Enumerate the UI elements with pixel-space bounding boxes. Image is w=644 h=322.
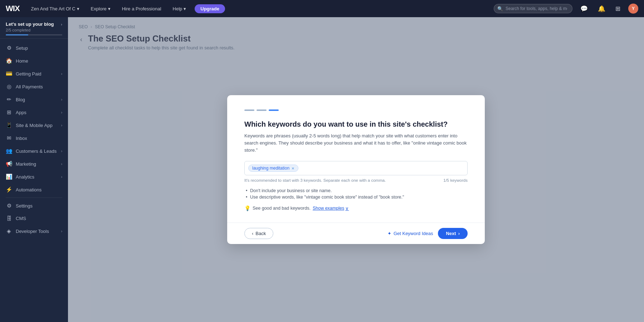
sidebar-item-label: Site & Mobile App bbox=[16, 123, 58, 128]
blog-icon: ✏ bbox=[6, 96, 12, 103]
automations-icon: ⚡ bbox=[6, 186, 12, 193]
all-payments-icon: ◎ bbox=[6, 83, 12, 90]
sidebar-item-label: Getting Paid bbox=[16, 71, 58, 77]
show-examples-button[interactable]: Show examples ∨ bbox=[313, 206, 349, 211]
sidebar-item-site-mobile-app[interactable]: 📱 Site & Mobile App › bbox=[0, 119, 68, 132]
keyword-count: 1/5 keywords bbox=[443, 178, 468, 182]
explore-label: Explore bbox=[91, 6, 107, 11]
get-keyword-label: Get Keyword Ideas bbox=[394, 231, 433, 236]
notifications-icon-button[interactable]: 🔔 bbox=[596, 3, 608, 15]
step-indicator bbox=[244, 109, 468, 111]
show-examples-label: Show examples bbox=[313, 206, 344, 211]
site-name-label: Zen And The Art Of C bbox=[31, 6, 75, 11]
sidebar-item-label: Developer Tools bbox=[16, 229, 58, 234]
keyword-meta-row: It's recommended to start with 3 keyword… bbox=[244, 178, 468, 182]
keyword-tag-remove-button[interactable]: × bbox=[291, 166, 295, 171]
help-chevron-icon: ▾ bbox=[184, 6, 186, 11]
getting-paid-icon: 💳 bbox=[6, 70, 12, 77]
step-dot-3 bbox=[269, 109, 279, 111]
cms-icon: 🗄 bbox=[6, 215, 12, 221]
next-icon: › bbox=[458, 231, 460, 236]
chevron-right-icon: › bbox=[61, 149, 62, 153]
chevron-right-icon: › bbox=[61, 175, 62, 179]
sidebar-header: Let's set up your blog › 2/5 completed bbox=[0, 17, 68, 39]
sidebar-item-label: Automations bbox=[16, 187, 62, 192]
search-input[interactable] bbox=[494, 4, 572, 13]
chevron-right-icon: › bbox=[61, 123, 62, 127]
back-label: Back bbox=[255, 231, 266, 236]
sidebar-item-inbox[interactable]: ✉ Inbox bbox=[0, 132, 68, 145]
sidebar-item-setup[interactable]: ⚙ Setup bbox=[0, 42, 68, 54]
content-area: SEO › SEO Setup Checklist ‹ The SEO Setu… bbox=[68, 17, 644, 322]
sidebar-item-all-payments[interactable]: ◎ All Payments bbox=[0, 80, 68, 93]
grid-icon-button[interactable]: ⊞ bbox=[613, 3, 623, 15]
get-keyword-ideas-button[interactable]: ✦ Get Keyword Ideas bbox=[387, 231, 433, 236]
sidebar-item-settings[interactable]: ⚙ Settings bbox=[0, 199, 68, 212]
sidebar-item-blog[interactable]: ✏ Blog › bbox=[0, 93, 68, 106]
sidebar-item-label: Analytics bbox=[16, 174, 58, 180]
next-button[interactable]: Next › bbox=[438, 228, 468, 239]
sidebar-item-home[interactable]: 🏠 Home bbox=[0, 54, 68, 67]
site-mobile-icon: 📱 bbox=[6, 122, 12, 128]
sidebar-item-cms[interactable]: 🗄 CMS bbox=[0, 212, 68, 225]
upgrade-button[interactable]: Upgrade bbox=[195, 4, 225, 13]
sidebar-item-developer-tools[interactable]: ◈ Developer Tools › bbox=[0, 225, 68, 238]
sidebar: Let's set up your blog › 2/5 completed ⚙… bbox=[0, 17, 68, 322]
sidebar-item-marketing[interactable]: 📢 Marketing › bbox=[0, 157, 68, 170]
search-icon: 🔍 bbox=[497, 6, 503, 11]
footer-right: ✦ Get Keyword Ideas Next › bbox=[387, 228, 468, 239]
content-inner: SEO › SEO Setup Checklist ‹ The SEO Setu… bbox=[68, 17, 644, 322]
setup-chevron-icon: › bbox=[61, 22, 62, 26]
tip-item-2: Use descriptive words, like "vintage com… bbox=[244, 194, 468, 200]
help-nav-link[interactable]: Help ▾ bbox=[170, 5, 189, 13]
sidebar-item-label: CMS bbox=[16, 216, 62, 221]
inbox-icon: ✉ bbox=[6, 135, 12, 141]
sidebar-item-getting-paid[interactable]: 💳 Getting Paid › bbox=[0, 67, 68, 80]
sidebar-item-customers-leads[interactable]: 👥 Customers & Leads › bbox=[0, 145, 68, 157]
progress-bar-fill bbox=[6, 34, 28, 35]
developer-icon: ◈ bbox=[6, 228, 12, 234]
customers-icon: 👥 bbox=[6, 148, 12, 154]
top-nav: WIX Zen And The Art Of C ▾ Explore ▾ Hir… bbox=[0, 0, 644, 17]
tips-list: Don't include your business or site name… bbox=[244, 187, 468, 200]
keyword-tag-text: laughing meditation bbox=[252, 166, 289, 171]
explore-nav-link[interactable]: Explore ▾ bbox=[88, 5, 113, 13]
main-layout: Let's set up your blog › 2/5 completed ⚙… bbox=[0, 17, 644, 322]
hire-professional-nav-link[interactable]: Hire a Professional bbox=[119, 5, 164, 13]
keyword-input-wrap[interactable]: laughing meditation × bbox=[244, 161, 468, 175]
keyword-hint: It's recommended to start with 3 keyword… bbox=[244, 178, 386, 182]
sidebar-item-automations[interactable]: ⚡ Automations bbox=[0, 183, 68, 196]
lightbulb-icon: 💡 bbox=[244, 205, 250, 211]
marketing-icon: 📢 bbox=[6, 161, 12, 167]
wix-logo: WIX bbox=[6, 4, 20, 13]
sidebar-item-apps[interactable]: ⊞ Apps › bbox=[0, 106, 68, 119]
next-label: Next bbox=[446, 231, 456, 236]
modal-description: Keywords are phrases (usually 2-5 words … bbox=[244, 132, 468, 154]
sidebar-divider bbox=[6, 197, 62, 198]
modal-footer: ‹ Back ✦ Get Keyword Ideas Next › bbox=[227, 223, 485, 244]
get-keyword-icon: ✦ bbox=[387, 231, 391, 236]
avatar[interactable]: Y bbox=[628, 4, 638, 14]
sidebar-item-label: Marketing bbox=[16, 161, 58, 167]
sidebar-item-label: All Payments bbox=[16, 84, 62, 89]
messages-icon-button[interactable]: 💬 bbox=[578, 3, 590, 15]
chevron-right-icon: › bbox=[61, 162, 62, 166]
modal-overlay: Which keywords do you want to use in thi… bbox=[68, 17, 644, 322]
modal: Which keywords do you want to use in thi… bbox=[227, 95, 485, 244]
settings-icon: ⚙ bbox=[6, 203, 12, 209]
sidebar-item-label: Customers & Leads bbox=[16, 148, 58, 154]
chevron-right-icon: › bbox=[61, 98, 62, 102]
sidebar-nav: ⚙ Setup 🏠 Home 💳 Getting Paid › ◎ All Pa… bbox=[0, 39, 68, 240]
site-name-chevron-icon: ▾ bbox=[77, 6, 79, 11]
sidebar-item-label: Blog bbox=[16, 97, 58, 102]
apps-icon: ⊞ bbox=[6, 109, 12, 116]
back-button[interactable]: ‹ Back bbox=[244, 228, 273, 239]
keyword-input[interactable] bbox=[301, 166, 464, 171]
home-icon: 🏠 bbox=[6, 58, 12, 64]
back-icon: ‹ bbox=[252, 231, 253, 236]
site-name-button[interactable]: Zen And The Art Of C ▾ bbox=[28, 5, 82, 13]
show-examples-row: 💡 See good and bad keywords. Show exampl… bbox=[244, 205, 468, 211]
search-wrap: 🔍 bbox=[494, 4, 572, 13]
sidebar-item-analytics[interactable]: 📊 Analytics › bbox=[0, 170, 68, 183]
hire-label: Hire a Professional bbox=[122, 6, 161, 11]
